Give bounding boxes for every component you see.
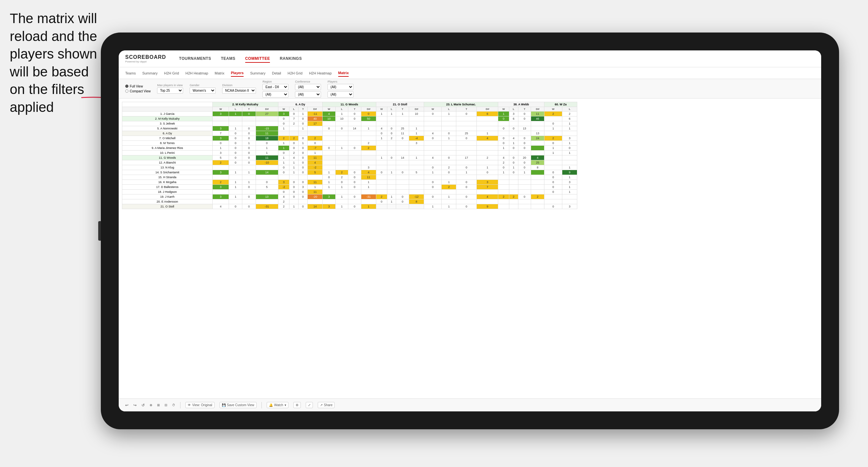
subnav-h2h-heatmap2[interactable]: H2H Heatmap	[309, 70, 332, 76]
expand-icon: ⤢	[308, 403, 311, 407]
sh-5-dif: Dif	[477, 107, 498, 112]
full-view-option[interactable]: Full View	[125, 85, 151, 88]
region-select-1[interactable]: East - DII	[262, 84, 288, 90]
view-options: Full View Compact View	[125, 85, 151, 93]
sh-7-l: L	[562, 107, 577, 112]
division-select[interactable]: NCAA Division II	[222, 88, 256, 94]
col-header-2: 6. A Dy	[278, 102, 322, 107]
sh-3-l: L	[335, 107, 348, 112]
gear-icon: ⚙	[296, 403, 299, 407]
table-row: 2. M Kelly Mulcahy 07040 1010050 06046 6	[122, 117, 577, 121]
nav-tournaments[interactable]: TOURNAMENTS	[179, 55, 211, 63]
undo-icon[interactable]: ↩	[125, 403, 128, 407]
sh-4-dif: Dif	[409, 107, 424, 112]
player-name: 14. S Srichantamit	[122, 170, 213, 175]
division-filter: Division NCAA Division II	[222, 84, 256, 94]
watch-button[interactable]: 🔔 Watch ▾	[267, 402, 288, 408]
subnav-matrix1[interactable]: Matrix	[215, 70, 224, 76]
player-name: 16. K Mcgaha	[122, 180, 213, 185]
tool-icon-4[interactable]: ⏱	[172, 403, 175, 407]
watch-icon: 🔔	[269, 403, 273, 407]
sh-1-l: L	[229, 107, 242, 112]
annotation-text: The matrix will reload and the players s…	[10, 10, 101, 117]
toolbar-divider-2	[261, 402, 262, 408]
settings-button[interactable]: ⚙	[293, 402, 301, 408]
filter-bar: Full View Compact View Max players in vi…	[119, 79, 821, 98]
col-header-player	[122, 102, 213, 107]
tool-icon-3[interactable]: ⊟	[164, 403, 167, 407]
sh-4-t: T	[396, 107, 409, 112]
redo-icon[interactable]: ↪	[133, 403, 136, 407]
tablet-screen: SCOREBOARD Powered by clippd TOURNAMENTS…	[119, 51, 821, 411]
subnav-detail[interactable]: Detail	[272, 70, 281, 76]
compact-view-radio[interactable]	[125, 89, 128, 93]
player-name: 18. J Hodgson	[122, 190, 213, 194]
table-row: 14. S Srichantamit 31114 0105 1204 0105 …	[122, 170, 577, 175]
max-players-select[interactable]: Top 25	[157, 88, 183, 94]
table-row: 7. O Mitchell 30018 2202 120-4 0104 0402…	[122, 136, 577, 141]
player-name: 3. S Jelinek	[122, 121, 213, 126]
compact-view-option[interactable]: Compact View	[125, 89, 151, 93]
share-button[interactable]: ↗ Share	[318, 402, 335, 408]
subnav-players[interactable]: Players	[231, 70, 244, 77]
table-row: 19. J Karrh 31013 400-20 310-31 210-12 0…	[122, 194, 577, 199]
matrix-table: 2. M Kelly Mulcahy 6. A Dy 11. G Woods 2…	[122, 102, 577, 209]
tool-icon-2[interactable]: ⊞	[157, 403, 160, 407]
sh-2-w: W	[278, 107, 289, 112]
col-header-1: 2. M Kelly Mulcahy	[212, 102, 278, 107]
player-name: 17. D Ballesteros	[122, 185, 213, 190]
table-row: 11. G Woods 50011 14011 10141 40172 4020…	[122, 155, 577, 160]
view-original-button[interactable]: 👁 View: Original	[185, 402, 215, 408]
table-row: 10. L Perini 3001 0201 11	[122, 151, 577, 155]
player-name: 2. M Kelly Mulcahy	[122, 117, 213, 121]
nav-teams[interactable]: TEAMS	[221, 55, 236, 63]
matrix-area[interactable]: 2. M Kelly Mulcahy 6. A Dy 11. G Woods 2…	[119, 98, 821, 398]
sh-3-dif: Dif	[361, 107, 376, 112]
player-name: 19. J Karrh	[122, 194, 213, 199]
gender-filter: Gender Women's	[190, 84, 216, 94]
full-view-radio[interactable]	[125, 85, 128, 88]
nav-links: TOURNAMENTS TEAMS COMMITTEE RANKINGS	[179, 55, 302, 63]
subnav-matrix2[interactable]: Matrix	[338, 70, 349, 77]
subnav-h2h-heatmap1[interactable]: H2H Heatmap	[185, 70, 208, 76]
conference-select-2[interactable]: (All)	[295, 91, 321, 98]
conference-select-1[interactable]: (All)	[295, 84, 321, 90]
refresh-icon[interactable]: ↺	[142, 403, 145, 407]
sh-2-l: L	[289, 107, 299, 112]
region-select-2[interactable]: (All)	[262, 91, 288, 98]
save-custom-button[interactable]: 💾 Save Custom View	[219, 402, 257, 408]
table-row: 3. S Jelinek 02017 01	[122, 121, 577, 126]
subnav-h2h-grid2[interactable]: H2H Grid	[287, 70, 303, 76]
tool-icon-1[interactable]: ⊕	[150, 403, 152, 407]
chevron-down-icon: ▾	[285, 403, 286, 407]
conference-filter: Conference (All) (All)	[295, 80, 321, 98]
subnav-summary2[interactable]: Summary	[250, 70, 266, 76]
players-select-2[interactable]: (All)	[328, 91, 353, 98]
logo-title: SCOREBOARD	[125, 54, 166, 60]
col-header-3: 11. G Woods	[322, 102, 376, 107]
gender-select[interactable]: Women's	[190, 88, 216, 94]
player-name: 8. M Torres	[122, 141, 213, 146]
sh-3-t: T	[348, 107, 361, 112]
player-name: 6. A Dy	[122, 131, 213, 136]
nav-rankings[interactable]: RANKINGS	[280, 55, 302, 63]
sh-1-dif: Dif	[256, 107, 278, 112]
expand-button[interactable]: ⤢	[306, 402, 313, 408]
subnav-h2h-grid1[interactable]: H2H Grid	[164, 70, 179, 76]
table-row: 12. A Bianchi 200-10 1104 20025	[122, 160, 577, 165]
nav-committee[interactable]: COMMITTEE	[245, 55, 270, 63]
sh-6-w: W	[498, 107, 509, 112]
table-row: 18. J Hodgson 00011 01	[122, 190, 577, 194]
table-row: 1. J Garcia 31027 301-11 4100 11110 0106…	[122, 112, 577, 117]
table-row: 16. K Mcgaha 2110 30011 1001 0103 03	[122, 180, 577, 185]
logo-subtitle: Powered by clippd	[125, 60, 166, 63]
sh-1-w: W	[212, 107, 229, 112]
players-select-1[interactable]: (All)	[328, 84, 353, 90]
col-header-4: 21. O Stoll	[376, 102, 424, 107]
subnav-teams[interactable]: Teams	[125, 70, 135, 76]
col-header-7: 60. W Za	[545, 102, 577, 107]
sh-5-l: L	[442, 107, 456, 112]
max-players-filter: Max players in view Top 25	[157, 84, 183, 94]
nav-bar: SCOREBOARD Powered by clippd TOURNAMENTS…	[119, 51, 821, 67]
subnav-summary1[interactable]: Summary	[142, 70, 157, 76]
